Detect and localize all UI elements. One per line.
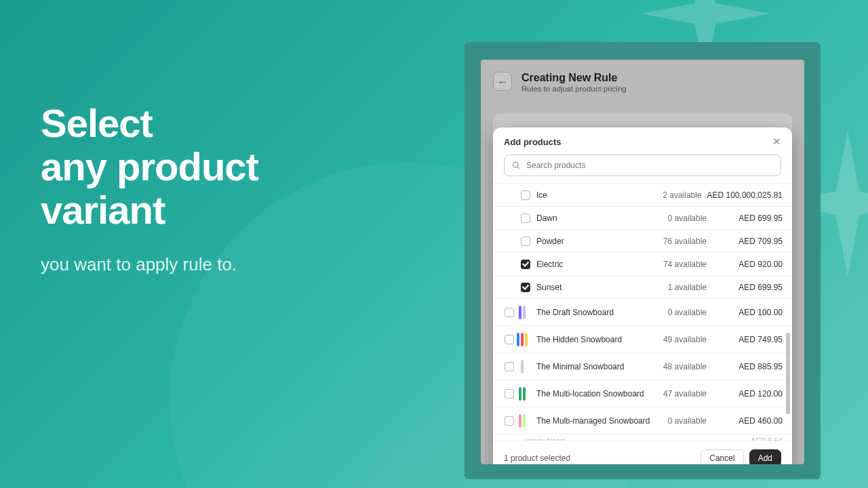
row-name: The Hidden Snowboard bbox=[536, 335, 658, 344]
product-thumb bbox=[515, 358, 530, 375]
row-price: AED 699.95 bbox=[712, 283, 783, 292]
hero-heading: Select any product variant bbox=[41, 102, 258, 231]
row-price: AED 699.95 bbox=[712, 214, 783, 223]
row-price: AED 709.95 bbox=[712, 237, 783, 246]
checkbox[interactable] bbox=[505, 335, 514, 344]
variant-row[interactable]: Dawn0 availableAED 699.95 bbox=[493, 207, 792, 230]
product-thumb bbox=[515, 304, 530, 321]
svg-point-0 bbox=[513, 162, 518, 167]
row-price: AED 100.00 bbox=[712, 308, 783, 317]
checkbox[interactable] bbox=[505, 416, 514, 426]
row-name: Dawn bbox=[536, 214, 658, 223]
row-availability: 0 available bbox=[658, 308, 712, 317]
hero-sub: you want to apply rule to. bbox=[41, 254, 258, 275]
row-name: The Draft Snowboard bbox=[536, 308, 658, 317]
row-price: AED 920.00 bbox=[712, 260, 783, 269]
variant-row[interactable]: Powder76 availableAED 709.95 bbox=[493, 230, 792, 253]
row-price: AED 100,000,025.81 bbox=[707, 190, 783, 200]
product-row[interactable]: The Multi-managed Snowboard0 availableAE… bbox=[493, 407, 792, 434]
row-name: The Multi-managed Snowboard bbox=[536, 416, 658, 426]
variant-row[interactable]: Sunset1 availableAED 699.95 bbox=[493, 276, 792, 299]
checkbox[interactable] bbox=[521, 260, 530, 269]
product-thumb bbox=[515, 385, 530, 403]
row-name: Powder bbox=[536, 237, 658, 246]
page-backdrop: ← Creating New Rule Rules to adjust prod… bbox=[481, 60, 804, 464]
search-field[interactable] bbox=[504, 155, 781, 176]
checkbox[interactable] bbox=[521, 190, 530, 200]
row-price: AED 749.95 bbox=[712, 335, 783, 344]
variant-row[interactable]: Ice2 availableAED 100,000,025.81 bbox=[493, 184, 792, 207]
product-row[interactable]: The Minimal Snowboard48 availableAED 885… bbox=[493, 353, 792, 380]
modal-title: Add products bbox=[504, 137, 561, 147]
row-availability: 1 available bbox=[658, 283, 712, 292]
checkbox[interactable] bbox=[505, 389, 514, 399]
selection-count: 1 product selected bbox=[504, 453, 701, 463]
row-price: AED 5.54 bbox=[742, 436, 783, 441]
row-name: Ice bbox=[536, 190, 653, 200]
row-availability: 47 available bbox=[658, 389, 712, 399]
modal-footer: 1 product selected Cancel Add bbox=[493, 441, 792, 464]
row-name: Electric bbox=[536, 260, 658, 269]
checkbox[interactable] bbox=[505, 362, 514, 371]
search-input[interactable] bbox=[526, 161, 774, 170]
hero-text: Select any product variant you want to a… bbox=[41, 102, 258, 275]
svg-line-1 bbox=[517, 167, 519, 169]
checkbox[interactable] bbox=[521, 237, 530, 246]
row-availability: 2 available bbox=[653, 190, 707, 200]
close-icon[interactable]: ✕ bbox=[772, 136, 781, 148]
product-row[interactable]: The Hidden Snowboard49 availableAED 749.… bbox=[493, 326, 792, 353]
product-row[interactable]: The Draft Snowboard0 availableAED 100.00 bbox=[493, 299, 792, 326]
row-availability: 74 available bbox=[658, 260, 712, 269]
variant-row[interactable]: Electric74 availableAED 920.00 bbox=[493, 253, 792, 276]
row-price: AED 120.00 bbox=[712, 389, 783, 399]
row-name: winny forest bbox=[526, 436, 742, 441]
row-price: AED 460.00 bbox=[712, 416, 783, 426]
product-thumb bbox=[515, 331, 530, 348]
row-name: Sunset bbox=[536, 283, 658, 292]
add-button[interactable]: Add bbox=[749, 449, 781, 464]
row-availability: 76 available bbox=[658, 237, 712, 246]
page-subtitle: Rules to adjust product pricing bbox=[521, 85, 627, 93]
product-list: Ice2 availableAED 100,000,025.81Dawn0 av… bbox=[493, 183, 792, 441]
product-thumb bbox=[515, 412, 530, 430]
back-button[interactable]: ← bbox=[493, 72, 512, 91]
arrow-left-icon: ← bbox=[498, 76, 508, 87]
row-availability: 49 available bbox=[658, 335, 712, 344]
partial-row: winny forestAED 5.54 bbox=[493, 434, 792, 441]
checkbox[interactable] bbox=[521, 214, 530, 223]
checkbox[interactable] bbox=[505, 308, 514, 317]
page-header: ← Creating New Rule Rules to adjust prod… bbox=[481, 60, 804, 101]
checkbox[interactable] bbox=[521, 283, 530, 292]
row-availability: 0 available bbox=[658, 214, 712, 223]
device-frame: ← Creating New Rule Rules to adjust prod… bbox=[465, 42, 821, 479]
page-title: Creating New Rule bbox=[521, 72, 627, 84]
search-icon bbox=[511, 161, 521, 170]
row-price: AED 885.95 bbox=[712, 362, 783, 371]
cancel-button[interactable]: Cancel bbox=[701, 449, 743, 464]
product-row[interactable]: The Multi-location Snowboard47 available… bbox=[493, 380, 792, 407]
row-availability: 48 available bbox=[658, 362, 712, 371]
row-name: The Multi-location Snowboard bbox=[536, 389, 658, 399]
row-availability: 0 available bbox=[658, 416, 712, 426]
scrollbar-thumb[interactable] bbox=[786, 333, 790, 414]
row-name: The Minimal Snowboard bbox=[536, 362, 658, 371]
add-products-modal: Add products ✕ Ice2 availableAED 100,000… bbox=[493, 127, 792, 464]
